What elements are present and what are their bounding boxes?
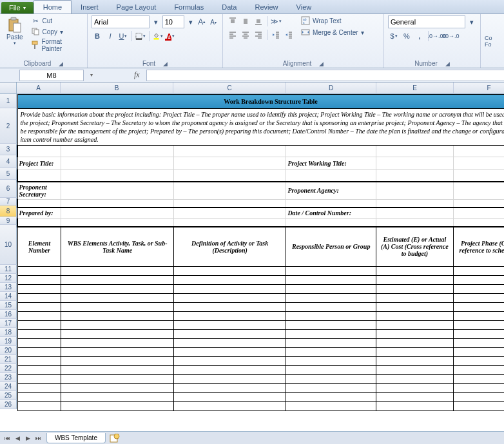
cell[interactable] <box>17 384 61 393</box>
font-name-dropdown[interactable]: ▾ <box>151 16 161 28</box>
name-box[interactable] <box>19 70 84 81</box>
row-header-6[interactable]: 6 <box>0 180 17 198</box>
cell[interactable] <box>61 330 173 339</box>
first-sheet-button[interactable]: ⏮ <box>3 434 12 443</box>
cell[interactable] <box>453 285 504 294</box>
cell[interactable] <box>286 294 376 303</box>
cell[interactable] <box>376 402 454 411</box>
cell[interactable] <box>173 219 286 227</box>
cell[interactable] <box>453 375 504 384</box>
cell[interactable] <box>376 182 454 200</box>
cell[interactable] <box>453 208 504 219</box>
cell[interactable] <box>173 208 286 219</box>
percent-button[interactable]: % <box>401 30 412 42</box>
expand-icon[interactable]: ◢ <box>163 61 168 67</box>
cell[interactable] <box>376 146 454 157</box>
cell[interactable] <box>173 200 286 208</box>
cell[interactable] <box>61 182 173 200</box>
cell[interactable] <box>61 219 173 227</box>
cell[interactable] <box>17 294 61 303</box>
format-painter-button[interactable]: Format Painter <box>28 37 83 53</box>
expand-icon[interactable]: ◢ <box>445 61 450 67</box>
cell[interactable] <box>173 402 286 411</box>
cell[interactable] <box>173 276 286 285</box>
row-header-2[interactable]: 2 <box>0 108 17 144</box>
row-header-3[interactable]: 3 <box>0 144 17 155</box>
cell[interactable] <box>286 366 376 375</box>
row-header-11[interactable]: 11 <box>0 265 17 274</box>
cell[interactable] <box>286 393 376 402</box>
cell[interactable] <box>376 267 454 276</box>
row-header-15[interactable]: 15 <box>0 301 17 310</box>
cell[interactable] <box>453 146 504 157</box>
cell[interactable] <box>453 384 504 393</box>
cell[interactable] <box>453 267 504 276</box>
row-header-19[interactable]: 19 <box>0 337 17 346</box>
row-header-12[interactable]: 12 <box>0 274 17 283</box>
cell[interactable] <box>376 366 454 375</box>
col-header-b[interactable]: B <box>61 82 173 94</box>
cell[interactable] <box>17 321 61 330</box>
font-color-button[interactable]: A ▾ <box>165 30 177 42</box>
row-header-5[interactable]: 5 <box>0 168 17 180</box>
cell[interactable] <box>453 219 504 227</box>
cell[interactable] <box>286 276 376 285</box>
cell[interactable] <box>286 330 376 339</box>
font-size-select[interactable] <box>162 15 184 28</box>
col-header-e[interactable]: E <box>376 82 454 94</box>
file-tab[interactable]: File ▾ <box>1 2 34 14</box>
cell[interactable] <box>453 182 504 200</box>
cell[interactable] <box>286 200 376 208</box>
cell[interactable] <box>376 157 454 170</box>
cell[interactable] <box>61 393 173 402</box>
cell[interactable] <box>173 384 286 393</box>
cell[interactable] <box>286 339 376 348</box>
cell[interactable] <box>17 330 61 339</box>
cell[interactable] <box>286 219 376 227</box>
cell[interactable] <box>376 200 454 208</box>
cell[interactable] <box>173 182 286 200</box>
tab-view[interactable]: View <box>287 1 321 14</box>
align-center-button[interactable] <box>240 29 251 41</box>
cell[interactable] <box>173 339 286 348</box>
cell[interactable] <box>453 330 504 339</box>
cell[interactable] <box>376 312 454 321</box>
number-format-select[interactable] <box>388 15 465 28</box>
cell[interactable]: WBS Elements Activity, Task, or Sub-Task… <box>61 227 173 267</box>
cell[interactable] <box>286 146 376 157</box>
cell[interactable] <box>17 393 61 402</box>
cell[interactable] <box>17 366 61 375</box>
cell[interactable] <box>376 375 454 384</box>
cell[interactable] <box>453 348 504 357</box>
cell[interactable] <box>61 146 173 157</box>
new-sheet-button[interactable] <box>110 434 120 443</box>
cell[interactable] <box>61 157 173 170</box>
cell[interactable] <box>17 200 61 208</box>
row-header-23[interactable]: 23 <box>0 373 17 382</box>
bold-button[interactable]: B <box>92 30 103 42</box>
cell[interactable] <box>17 357 61 366</box>
cell[interactable]: Work Breakdown Structure Table <box>17 95 504 109</box>
cell[interactable] <box>17 267 61 276</box>
cell[interactable] <box>376 330 454 339</box>
border-button[interactable]: ▾ <box>135 30 146 42</box>
cell[interactable] <box>453 200 504 208</box>
col-header-c[interactable]: C <box>173 82 286 94</box>
cell[interactable] <box>286 348 376 357</box>
row-header-7[interactable]: 7 <box>0 198 17 206</box>
cell[interactable] <box>173 321 286 330</box>
tab-data[interactable]: Data <box>213 1 246 14</box>
sheet-tab-wbs[interactable]: WBS Template <box>46 433 106 443</box>
cell[interactable] <box>173 285 286 294</box>
cell[interactable] <box>61 321 173 330</box>
cell[interactable] <box>453 402 504 411</box>
cell[interactable] <box>173 312 286 321</box>
cell[interactable] <box>61 267 173 276</box>
row-header-13[interactable]: 13 <box>0 283 17 292</box>
cell[interactable] <box>286 303 376 312</box>
tab-page-layout[interactable]: Page Layout <box>108 1 166 14</box>
row-header-22[interactable]: 22 <box>0 364 17 373</box>
cell[interactable] <box>376 339 454 348</box>
cell[interactable] <box>453 312 504 321</box>
cell[interactable] <box>453 294 504 303</box>
